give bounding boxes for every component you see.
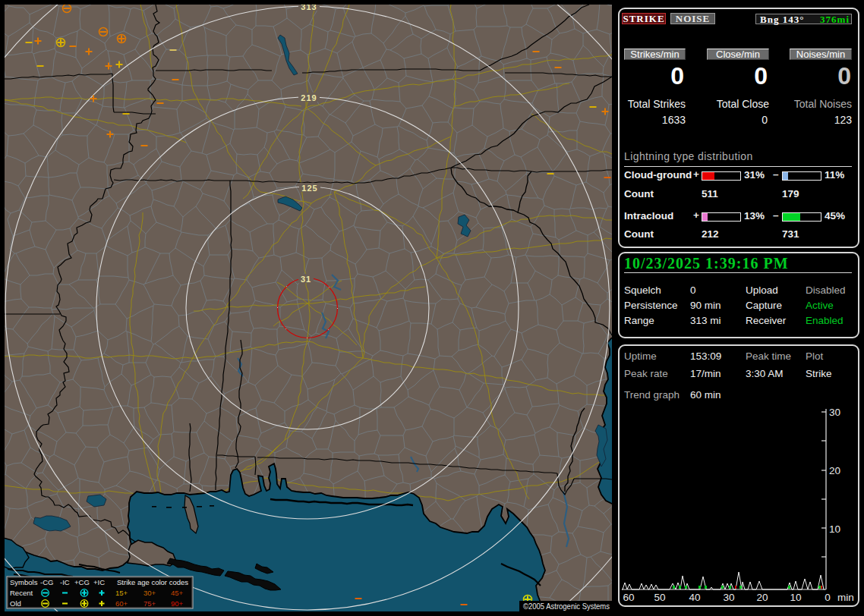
svg-text:Old: Old	[10, 599, 21, 608]
svg-text:-CG: -CG	[40, 578, 53, 586]
svg-text:20: 20	[829, 465, 840, 476]
svg-text:31: 31	[301, 275, 311, 284]
svg-text:219: 219	[301, 93, 317, 102]
svg-text:90+: 90+	[171, 599, 184, 608]
svg-text:50: 50	[654, 592, 665, 603]
svg-text:Symbols: Symbols	[10, 578, 38, 586]
svg-text:313: 313	[301, 5, 317, 11]
svg-text:10: 10	[790, 592, 801, 603]
svg-text:30+: 30+	[143, 589, 156, 597]
svg-text:60+: 60+	[115, 599, 128, 608]
svg-text:Strike age color codes: Strike age color codes	[117, 578, 188, 586]
svg-text:15+: 15+	[115, 589, 128, 597]
svg-text:30: 30	[829, 407, 840, 418]
svg-text:Recent: Recent	[10, 589, 33, 597]
svg-text:0: 0	[825, 592, 831, 603]
svg-text:+CG: +CG	[74, 578, 90, 586]
svg-text:10: 10	[829, 523, 840, 535]
svg-text:-IC: -IC	[60, 578, 70, 586]
svg-text:75+: 75+	[143, 599, 156, 608]
svg-text:125: 125	[301, 184, 317, 193]
svg-text:45+: 45+	[171, 589, 184, 597]
svg-text:20: 20	[756, 592, 768, 603]
svg-text:60: 60	[623, 592, 634, 603]
svg-text:©2005 Astrogenic Systems: ©2005 Astrogenic Systems	[523, 602, 610, 611]
svg-text:+IC: +IC	[93, 578, 105, 586]
svg-text:min: min	[837, 592, 854, 603]
svg-text:30: 30	[723, 592, 734, 603]
svg-text:40: 40	[689, 592, 700, 603]
